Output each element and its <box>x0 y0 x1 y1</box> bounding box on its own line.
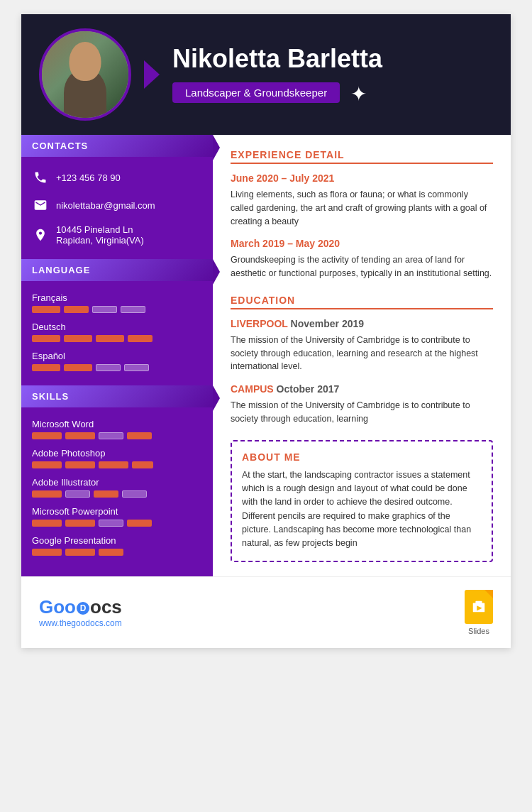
language-item-espanol: Español <box>21 348 213 377</box>
svg-rect-1 <box>475 601 482 604</box>
bar <box>92 306 117 313</box>
bar <box>65 461 95 468</box>
bar <box>127 432 152 439</box>
email-icon <box>32 197 49 214</box>
bar <box>65 432 95 439</box>
language-bars <box>32 364 202 371</box>
language-header: LANGUAGE <box>21 259 213 281</box>
bar <box>32 432 62 439</box>
education-item-1: LIVERPOOL November 2019 The mission of t… <box>231 318 493 373</box>
language-name: Deutsch <box>32 322 202 332</box>
avatar <box>39 28 131 121</box>
about-text: At the start, the landscaping contractor… <box>242 468 482 551</box>
main-content: EXPERIENCE DETAIL June 2020 – July 2021 … <box>213 135 511 576</box>
skill-name: Adobe Illustrator <box>32 477 202 488</box>
slides-icon-badge <box>465 590 493 624</box>
bar <box>32 461 62 468</box>
education-item-2: CAMPUS October 2017 The mission of the U… <box>231 383 493 426</box>
contacts-header: CONTACTS <box>21 135 213 157</box>
bar <box>65 549 95 556</box>
body-section: CONTACTS +123 456 78 90 nikolettabar@gma… <box>21 135 511 576</box>
experience-date: June 2020 – July 2021 <box>231 172 493 184</box>
location-icon <box>32 226 49 243</box>
star-icon: ✦ <box>350 83 367 105</box>
bar <box>32 549 62 556</box>
logo-goo: Goo <box>39 596 76 618</box>
bar <box>121 306 145 313</box>
experience-text: Groundskeeping is the activity of tendin… <box>231 253 493 280</box>
bar <box>64 306 89 313</box>
bar <box>132 461 153 468</box>
address-value: 10445 Pineland Ln Rapidan, Virginia(VA) <box>56 224 144 246</box>
brand-logo: GooDocs www.thegoodocs.com <box>39 596 122 628</box>
language-bars <box>32 335 202 342</box>
skill-bars <box>32 461 202 468</box>
phone-contact: +123 456 78 90 <box>21 165 213 190</box>
about-title: ABOUT ME <box>242 451 482 463</box>
skill-bars <box>32 490 202 498</box>
logo-docs: ocs <box>90 596 122 618</box>
bar <box>96 335 124 342</box>
bar <box>32 306 60 313</box>
footer-url: www.thegoodocs.com <box>39 618 122 628</box>
bar <box>64 335 92 342</box>
skills-list: Microsoft Word Adobe Photoshop <box>21 416 213 561</box>
experience-item-2: March 2019 – May 2020 Groundskeeping is … <box>231 238 493 280</box>
bar <box>96 364 121 371</box>
header-arrow-icon <box>144 60 160 89</box>
footer: GooDocs www.thegoodocs.com Slides <box>21 576 511 648</box>
slides-label: Slides <box>468 627 489 635</box>
bar <box>32 335 60 342</box>
skill-bars <box>32 432 202 439</box>
language-name: Français <box>32 292 202 303</box>
edu-institution-row: CAMPUS October 2017 <box>231 383 493 395</box>
bar <box>32 364 60 371</box>
address-contact: 10445 Pineland Ln Rapidan, Virginia(VA) <box>21 221 213 249</box>
phone-icon <box>32 169 49 186</box>
bar <box>32 520 62 527</box>
experience-date: March 2019 – May 2020 <box>231 238 493 249</box>
language-name: Español <box>32 351 202 361</box>
experience-section: EXPERIENCE DETAIL June 2020 – July 2021 … <box>231 149 493 280</box>
bar <box>127 520 152 527</box>
email-contact: nikolettabar@gmail.com <box>21 193 213 217</box>
candidate-name: Nikoletta Barletta <box>172 44 493 74</box>
institution-name: CAMPUS <box>231 383 274 395</box>
institution-date: November 2019 <box>291 318 365 329</box>
skill-name: Microsoft Powerpoint <box>32 506 202 517</box>
skill-bars <box>32 520 202 527</box>
sidebar: CONTACTS +123 456 78 90 nikolettabar@gma… <box>21 135 213 576</box>
skill-item-illustrator: Adobe Illustrator <box>21 474 213 503</box>
bar <box>122 490 147 498</box>
education-text: The mission of the University of Cambrid… <box>231 399 493 426</box>
bar <box>99 549 123 556</box>
education-text: The mission of the University of Cambrid… <box>231 334 493 373</box>
skills-header: SKILLS <box>21 385 213 407</box>
about-section: ABOUT ME At the start, the landscaping c… <box>231 440 493 562</box>
experience-title: EXPERIENCE DETAIL <box>231 149 493 164</box>
skill-item-google-presentation: Google Presentation <box>21 532 213 561</box>
header-info: Nikoletta Barletta Landscaper & Groundsk… <box>172 44 493 106</box>
experience-text: Living elements, such as flora or fauna;… <box>231 188 493 228</box>
skill-name: Adobe Photoshop <box>32 448 202 459</box>
institution-date: October 2017 <box>277 383 340 395</box>
language-item-francais: Français <box>21 290 213 319</box>
bar <box>64 364 92 371</box>
candidate-title: Landscaper & Groundskeeper <box>172 82 340 103</box>
education-section: EDUCATION LIVERPOOL November 2019 The mi… <box>231 295 493 426</box>
slides-badge: Slides <box>465 590 493 635</box>
bar <box>65 520 95 527</box>
phone-value: +123 456 78 90 <box>56 172 121 183</box>
bar <box>99 520 123 527</box>
language-item-deutsch: Deutsch <box>21 319 213 348</box>
header-section: Nikoletta Barletta Landscaper & Groundsk… <box>21 14 511 135</box>
bar <box>128 335 153 342</box>
logo-text: GooDocs <box>39 596 122 618</box>
institution-name: LIVERPOOL <box>231 318 288 329</box>
bar <box>32 490 62 498</box>
email-value: nikolettabar@gmail.com <box>56 200 155 211</box>
skill-name: Google Presentation <box>32 535 202 546</box>
skill-bars <box>32 549 202 556</box>
languages-list: Français Deutsch <box>21 290 213 377</box>
bar <box>124 364 149 371</box>
